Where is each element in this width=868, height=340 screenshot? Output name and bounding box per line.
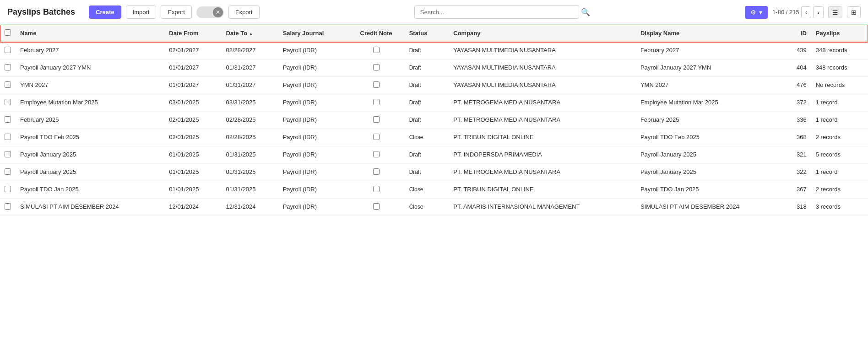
cell-name: Payroll January 2027 YMN xyxy=(16,59,164,77)
cell-date-to: 12/31/2024 xyxy=(222,199,278,216)
cell-display-name: Payroll January 2025 xyxy=(636,164,785,181)
cell-date-to: 01/31/2025 xyxy=(222,164,278,181)
cell-date-to: 01/31/2027 xyxy=(222,77,278,94)
cell-payslips: 5 records xyxy=(811,146,868,164)
cell-payslips: 3 records xyxy=(811,199,868,216)
cell-date-from: 03/01/2025 xyxy=(164,94,221,112)
row-checkbox-cell xyxy=(0,77,16,94)
cell-date-from: 01/01/2025 xyxy=(164,146,221,164)
table-row[interactable]: SIMULASI PT AIM DESEMBER 2024 12/01/2024… xyxy=(0,199,868,216)
col-header-payslips[interactable]: Payslips xyxy=(811,25,868,42)
cell-status: Close xyxy=(405,199,449,216)
row-checkbox-cell xyxy=(0,129,16,146)
credit-note-checkbox[interactable] xyxy=(373,81,380,88)
credit-note-checkbox[interactable] xyxy=(373,64,380,70)
grid-view-button[interactable]: ⊞ xyxy=(847,6,861,18)
col-header-salary-journal[interactable]: Salary Journal xyxy=(278,25,348,42)
cell-date-from: 01/01/2025 xyxy=(164,164,221,181)
row-select-checkbox[interactable] xyxy=(5,151,11,157)
toggle-switch[interactable]: ✕ xyxy=(196,6,224,18)
list-view-button[interactable]: ☰ xyxy=(828,6,842,18)
col-header-id[interactable]: ID xyxy=(785,25,811,42)
col-header-display-name[interactable]: Display Name xyxy=(636,25,785,42)
col-header-status[interactable]: Status xyxy=(405,25,449,42)
row-select-checkbox[interactable] xyxy=(5,81,11,88)
cell-company: YAYASAN MULTIMEDIA NUSANTARA xyxy=(449,59,636,77)
select-all-checkbox[interactable] xyxy=(5,29,11,36)
credit-note-checkbox[interactable] xyxy=(373,116,380,123)
status-badge: Draft xyxy=(409,117,421,123)
row-select-checkbox[interactable] xyxy=(5,99,11,105)
status-badge: Draft xyxy=(409,169,421,175)
create-button[interactable]: Create xyxy=(89,5,121,19)
import-button[interactable]: Import xyxy=(126,5,157,19)
table-row[interactable]: Payroll TDO Jan 2025 01/01/2025 01/31/20… xyxy=(0,181,868,199)
col-header-credit-note[interactable]: Credit Note xyxy=(347,25,404,42)
table-row[interactable]: Employee Mutation Mar 2025 03/01/2025 03… xyxy=(0,94,868,112)
cell-company: PT. METROGEMA MEDIA NUSANTARA xyxy=(449,94,636,112)
cell-id: 368 xyxy=(785,129,811,146)
row-select-checkbox[interactable] xyxy=(5,168,11,175)
col-header-date-to[interactable]: Date To xyxy=(222,25,278,42)
credit-note-checkbox[interactable] xyxy=(373,168,380,175)
cell-name: Payroll TDO Feb 2025 xyxy=(16,129,164,146)
table-row[interactable]: February 2027 02/01/2027 02/28/2027 Payr… xyxy=(0,42,868,59)
cell-display-name: SIMULASI PT AIM DESEMBER 2024 xyxy=(636,199,785,216)
cell-company: PT. METROGEMA MEDIA NUSANTARA xyxy=(449,112,636,129)
credit-note-checkbox[interactable] xyxy=(373,99,380,105)
cell-payslips: 1 record xyxy=(811,94,868,112)
cell-credit-note xyxy=(347,42,404,59)
row-checkbox-cell xyxy=(0,199,16,216)
col-header-name[interactable]: Name xyxy=(16,25,164,42)
settings-gear-button[interactable]: ⚙ ▾ xyxy=(745,6,768,19)
row-select-checkbox[interactable] xyxy=(5,116,11,123)
row-select-checkbox[interactable] xyxy=(5,134,11,140)
cell-display-name: February 2025 xyxy=(636,112,785,129)
cell-payslips: 2 records xyxy=(811,129,868,146)
credit-note-checkbox[interactable] xyxy=(373,151,380,157)
col-header-date-from[interactable]: Date From xyxy=(164,25,221,42)
cell-id: 367 xyxy=(785,181,811,199)
credit-note-checkbox[interactable] xyxy=(373,47,380,53)
search-area: 🔍 xyxy=(264,5,741,19)
cell-company: PT. TRIBUN DIGITAL ONLINE xyxy=(449,181,636,199)
cell-salary-journal: Payroll (IDR) xyxy=(278,164,348,181)
table-row[interactable]: Payroll January 2025 01/01/2025 01/31/20… xyxy=(0,146,868,164)
prev-page-button[interactable]: ‹ xyxy=(801,6,812,18)
cell-date-to: 03/31/2025 xyxy=(222,94,278,112)
col-header-company[interactable]: Company xyxy=(449,25,636,42)
next-page-button[interactable]: › xyxy=(813,6,824,18)
row-select-checkbox[interactable] xyxy=(5,203,11,210)
search-input[interactable] xyxy=(414,5,579,19)
cell-display-name: YMN 2027 xyxy=(636,77,785,94)
table-row[interactable]: Payroll January 2027 YMN 01/01/2027 01/3… xyxy=(0,59,868,77)
cell-name: February 2027 xyxy=(16,42,164,59)
cell-date-from: 02/01/2025 xyxy=(164,129,221,146)
export-button-2[interactable]: Export xyxy=(228,5,260,19)
credit-note-checkbox[interactable] xyxy=(373,134,380,140)
toggle-x-icon[interactable]: ✕ xyxy=(213,7,223,17)
credit-note-checkbox[interactable] xyxy=(373,203,380,210)
cell-payslips: 348 records xyxy=(811,59,868,77)
table-row[interactable]: YMN 2027 01/01/2027 01/31/2027 Payroll (… xyxy=(0,77,868,94)
cell-credit-note xyxy=(347,181,404,199)
row-select-checkbox[interactable] xyxy=(5,186,11,192)
cell-id: 322 xyxy=(785,164,811,181)
table-row[interactable]: February 2025 02/01/2025 02/28/2025 Payr… xyxy=(0,112,868,129)
row-checkbox-cell xyxy=(0,59,16,77)
cell-date-to: 01/31/2027 xyxy=(222,59,278,77)
cell-status: Draft xyxy=(405,42,449,59)
cell-display-name: February 2027 xyxy=(636,42,785,59)
row-select-checkbox[interactable] xyxy=(5,64,11,70)
credit-note-checkbox[interactable] xyxy=(373,186,380,192)
cell-salary-journal: Payroll (IDR) xyxy=(278,94,348,112)
table-row[interactable]: Payroll January 2025 01/01/2025 01/31/20… xyxy=(0,164,868,181)
select-all-header[interactable] xyxy=(0,25,16,42)
cell-id: 404 xyxy=(785,59,811,77)
row-checkbox-cell xyxy=(0,94,16,112)
row-select-checkbox[interactable] xyxy=(5,47,11,53)
table-row[interactable]: Payroll TDO Feb 2025 02/01/2025 02/28/20… xyxy=(0,129,868,146)
search-icon-button[interactable]: 🔍 xyxy=(581,5,590,19)
page-title: Payslips Batches xyxy=(7,7,75,17)
export-button-1[interactable]: Export xyxy=(161,5,192,19)
